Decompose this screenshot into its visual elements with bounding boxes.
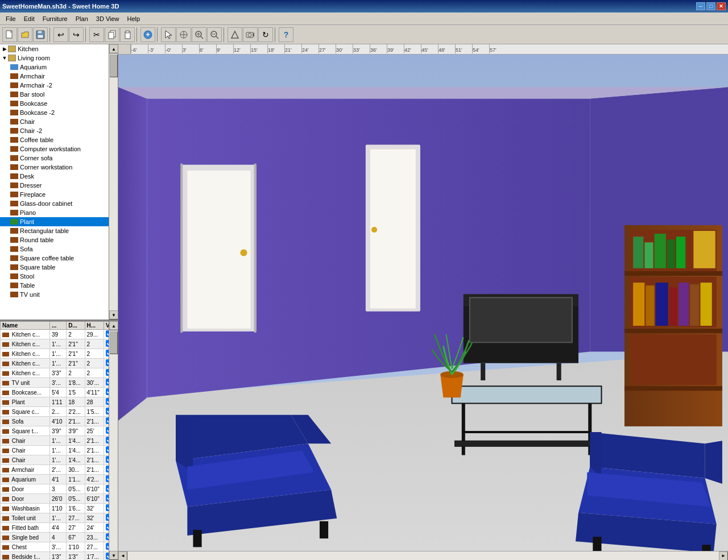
tree-item-aquarium[interactable]: Aquarium <box>0 63 118 72</box>
table-row[interactable]: Square t... 3'9" 3'9" 25' <box>1 426 118 436</box>
tree-item-plant[interactable]: Plant <box>0 217 118 226</box>
col-height[interactable]: D... <box>67 322 85 330</box>
tree-item-chair[interactable]: Chair <box>0 117 118 126</box>
scroll-up-btn[interactable]: ▲ <box>109 44 118 53</box>
table-row[interactable]: Square c... 2... 2'2... 1'5... <box>1 407 118 417</box>
table-row[interactable]: Bedside t... 1'3" 1'3" 1'7... <box>1 552 118 561</box>
table-row[interactable]: Aquarium 4'1 1'1... 4'2... <box>1 475 118 484</box>
expand-icon[interactable]: ▶ <box>1 46 8 52</box>
tree-item-armchair[interactable]: Armchair <box>0 72 118 81</box>
cut-button[interactable]: ✂ <box>89 27 104 42</box>
new-button[interactable] <box>2 27 17 42</box>
table-row[interactable]: Toilet unit 1'... 27... 32' <box>1 513 118 523</box>
hscroll-left-btn[interactable]: ◄ <box>118 551 127 561</box>
rotate-camera-button[interactable]: ↻ <box>258 27 273 42</box>
tree-item-fireplace[interactable]: Fireplace <box>0 190 118 199</box>
table-row[interactable]: Washbasin 1'10 1'6... 32' <box>1 504 118 513</box>
tree-item-coffee-table[interactable]: Coffee table <box>0 135 118 144</box>
table-row[interactable]: Kitchen c... 1'... 2'1" 2 <box>1 359 118 368</box>
table-row[interactable]: Chair 1'... 1'4... 2'1... <box>1 446 118 455</box>
tree-item-bookcase-2[interactable]: Bookcase -2 <box>0 108 118 117</box>
table-row[interactable]: Kitchen c... 39 2 29... <box>1 330 118 339</box>
table-row[interactable]: Plant 1'11 18 28 <box>1 397 118 407</box>
tree-item-living-room[interactable]: ▼Living room <box>0 53 118 63</box>
hscroll-right-btn[interactable]: ► <box>719 551 728 561</box>
table-scroll-down[interactable]: ▼ <box>109 551 118 560</box>
tree-item-sofa[interactable]: Sofa <box>0 244 118 254</box>
copy-button[interactable] <box>105 27 119 42</box>
menu-edit[interactable]: Edit <box>20 14 38 23</box>
menu-furniture[interactable]: Furniture <box>39 14 71 23</box>
furniture-tree[interactable]: ▶Kitchen▼Living roomAquariumArmchairArmc… <box>0 44 118 321</box>
table-row[interactable]: Chair 1'... 1'4... 2'1... <box>1 436 118 446</box>
tree-scrollbar[interactable]: ▲ ▼ <box>109 44 118 320</box>
menu-help[interactable]: Help <box>124 14 144 23</box>
menu-plan[interactable]: Plan <box>72 14 92 23</box>
col-name[interactable]: Name <box>1 322 50 330</box>
tree-item-computer-workstation[interactable]: Computer workstation <box>0 144 118 154</box>
tree-item-stool[interactable]: Stool <box>0 272 118 281</box>
pan-button[interactable] <box>176 27 191 42</box>
tree-item-bar-stool[interactable]: Bar stool <box>0 90 118 99</box>
table-row[interactable]: Bookcase... 5'4 1'5 4'11" <box>1 388 118 397</box>
camera-view-button[interactable] <box>243 27 258 42</box>
table-row[interactable]: Kitchen c... 1'... 2'1" 2 <box>1 349 118 359</box>
tree-item-square-coffee-table[interactable]: Square coffee table <box>0 254 118 263</box>
select-button[interactable] <box>161 27 176 42</box>
tree-item-dresser[interactable]: Dresser <box>0 181 118 190</box>
menu-file[interactable]: File <box>2 14 19 23</box>
3d-scene[interactable] <box>118 55 728 551</box>
data-table-container[interactable]: Name ... D... H... V... Kitchen c... 39 … <box>0 321 118 560</box>
open-button[interactable] <box>18 27 32 42</box>
tree-item-kitchen[interactable]: ▶Kitchen <box>0 44 118 53</box>
table-row[interactable]: Door 26'0 0'5... 6'10" <box>1 494 118 504</box>
tree-item-armchair-2[interactable]: Armchair -2 <box>0 81 118 90</box>
menu-3dview[interactable]: 3D View <box>93 14 123 23</box>
tree-item-glass-door-cabinet[interactable]: Glass-door cabinet <box>0 199 118 208</box>
scroll-down-btn[interactable]: ▼ <box>109 310 118 320</box>
redo-button[interactable]: ↪ <box>69 27 84 42</box>
tree-item-corner-workstation[interactable]: Corner workstation <box>0 163 118 172</box>
table-row[interactable]: Kitchen c... 3'3" 2 2 <box>1 368 118 378</box>
table-row[interactable]: Armchair 2'... 30... 2'1... <box>1 465 118 475</box>
col-depth[interactable]: ... <box>49 322 66 330</box>
table-row[interactable]: Door 3 0'5... 6'10" <box>1 484 118 494</box>
add-furniture-button[interactable]: + <box>140 27 155 42</box>
camera-top-button[interactable] <box>228 27 242 42</box>
zoom-out-button[interactable] <box>207 27 222 42</box>
table-row[interactable]: Sofa 4'10 2'1... 2'1... <box>1 417 118 426</box>
scroll-track[interactable] <box>109 53 118 310</box>
zoom-in-button[interactable] <box>192 27 206 42</box>
close-button[interactable]: ✕ <box>717 2 726 10</box>
table-row[interactable]: TV unit 3'... 1'8... 30'... <box>1 378 118 388</box>
tree-item-tv-unit[interactable]: TV unit <box>0 290 118 299</box>
save-button[interactable] <box>33 27 48 42</box>
expand-icon[interactable]: ▼ <box>1 55 8 61</box>
table-row[interactable]: Chair 1'... 1'4... 2'1... <box>1 455 118 465</box>
table-scrollbar[interactable]: ▲ ▼ <box>109 321 118 560</box>
tree-item-piano[interactable]: Piano <box>0 208 118 217</box>
paste-button[interactable] <box>120 27 135 42</box>
minimize-button[interactable]: ─ <box>696 2 705 10</box>
table-scroll-track[interactable] <box>109 330 118 551</box>
tree-item-bookcase[interactable]: Bookcase <box>0 99 118 108</box>
col-width[interactable]: H... <box>85 322 104 330</box>
table-row[interactable]: Kitchen c... 1'... 2'1" 2 <box>1 339 118 349</box>
table-row[interactable]: Single bed 4 67' 23... <box>1 533 118 542</box>
horizontal-scrollbar[interactable]: ◄ ► <box>118 551 728 560</box>
tree-item-round-table[interactable]: Round table <box>0 235 118 244</box>
tree-item-desk[interactable]: Desk <box>0 172 118 181</box>
tree-item-square-table[interactable]: Square table <box>0 263 118 272</box>
tree-item-table[interactable]: Table <box>0 281 118 290</box>
table-scroll-thumb[interactable] <box>110 331 118 354</box>
help-button[interactable]: ? <box>279 27 293 42</box>
table-scroll-up[interactable]: ▲ <box>109 321 118 330</box>
tree-item-chair-2[interactable]: Chair -2 <box>0 126 118 135</box>
table-row[interactable]: Chest 3'... 1'10 27... <box>1 542 118 552</box>
tree-item-corner-sofa[interactable]: Corner sofa <box>0 154 118 163</box>
scroll-thumb[interactable] <box>110 55 118 77</box>
tree-item-rectangular-table[interactable]: Rectangular table <box>0 226 118 235</box>
table-row[interactable]: Fitted bath 4'4 27' 24' <box>1 523 118 533</box>
undo-button[interactable]: ↩ <box>53 27 68 42</box>
maximize-button[interactable]: □ <box>706 2 715 10</box>
